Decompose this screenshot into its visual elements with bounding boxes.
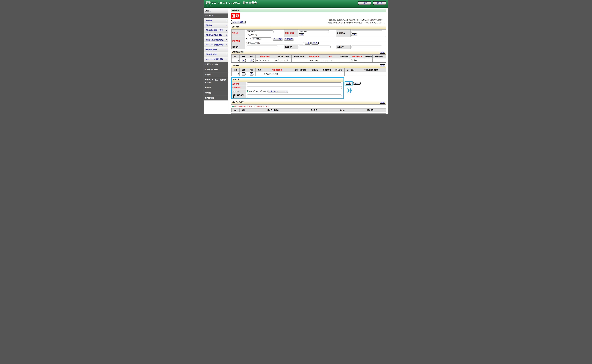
radio-icon[interactable] [253, 91, 255, 92]
sidebar-item-manifest-inquiry[interactable]: マニフェスト情報の照会 > [204, 57, 228, 62]
radio-selected-icon[interactable] [232, 105, 234, 107]
notice-line1: 一般廃棄物、広域認定に係る廃棄物等、電子マニフェスト登録等状況報告が [328, 19, 386, 21]
site-code-input[interactable] [252, 38, 272, 40]
column-header: 廃棄物の大分類 [275, 55, 292, 58]
transport-delete-cell [248, 72, 256, 76]
menu-title: メニュー [204, 9, 228, 13]
handover-date-input[interactable] [246, 31, 274, 33]
radio-per-contract[interactable]: 委託契約書記載のとおり [232, 105, 252, 107]
pencil-icon [243, 73, 245, 75]
delete-button[interactable] [250, 72, 254, 75]
contact3-label: 連絡番号3 [336, 45, 351, 49]
transport-row-carrier: 株式会社〇〇〇運輸 [263, 72, 291, 76]
column-header: 編集 [239, 68, 248, 72]
transport-row-recommission [356, 72, 386, 76]
emission-section-header: 排出情報 [231, 25, 386, 29]
column-header: 郵便番号 [299, 109, 329, 112]
site-name-list-button[interactable]: 一覧 [305, 42, 310, 45]
highlight-box: 一覧 [345, 81, 353, 85]
disposal-recommission-label: 再委託先処分業者 [232, 93, 246, 98]
transport-section: 運搬情報 追加 区間 編集 削除 自己 収集運搬業者 積替・保管施設 運搬方法 … [231, 64, 386, 76]
sidebar-item-manifest-cancel[interactable]: マニフェスト情報の取消 > [204, 43, 228, 47]
contact2-input[interactable] [299, 46, 331, 48]
radio-selected-icon[interactable] [247, 91, 248, 92]
final-disposal-add-button[interactable]: 追加 [380, 101, 385, 104]
waste-row-no: 1 [231, 58, 240, 62]
transport-row-transfer [291, 72, 309, 76]
final-disposal-section: 最終処分の場所 追加 委託契約書記載のとおり 当欄指定のとおり No. 削除 最… [231, 100, 386, 112]
sidebar-item-recycling-info[interactable]: 再資源化等の情報 [204, 67, 228, 72]
sidebar-item-reserve-cancel[interactable]: 予約情報の取消 > [204, 52, 228, 57]
disposal-site-input[interactable] [247, 86, 342, 89]
waste-table-row: 1 廃プラスチック類 廃プラスチック類 100.000 k g [231, 58, 386, 62]
sidebar-item-environment-settings[interactable]: 環境設定 [204, 90, 228, 96]
disposal-agent-clear-button[interactable]: クリア [353, 82, 361, 85]
column-header: 荷姿 [322, 55, 339, 58]
radio-icon[interactable] [261, 91, 262, 92]
waste-row-quantity: 100.000 k g [307, 58, 322, 62]
column-header: 積替・保管施設 [291, 68, 309, 72]
sidebar-item-reserve-edit[interactable]: 予約情報の修正 > [204, 47, 228, 52]
code-get-button[interactable]: コード取得 [273, 38, 283, 40]
handover-person-list-button[interactable]: 一覧 [299, 33, 304, 36]
sidebar-item-manifest-edit[interactable]: マニフェスト情報の修正 > [204, 38, 228, 43]
waste-edit-cell [239, 58, 248, 62]
sidebar-item-contract-inquiry[interactable]: 契約情報照会 [204, 95, 228, 101]
chevron-right-icon: > [226, 53, 227, 56]
name-label: 名 称 [246, 42, 250, 44]
contact1-input[interactable] [246, 46, 278, 48]
disposal-side-buttons: 一覧 クリア [345, 81, 361, 85]
sidebar-item-notification-info[interactable]: 通知情報 [204, 72, 228, 78]
trash-icon [251, 59, 253, 61]
edit-button[interactable] [242, 59, 246, 62]
handover-person-input[interactable] [299, 30, 329, 33]
delete-button[interactable] [250, 59, 254, 62]
disposal-method-select[interactable]: （選択なし） ▼ [268, 90, 288, 93]
sidebar-item-reserve-registration[interactable]: 予約登録 > [204, 23, 228, 28]
trash-icon [251, 73, 253, 75]
sidebar-item-label: マニフェスト情報の修正 [205, 39, 224, 41]
pattern-select-button[interactable]: パターン選択 [231, 20, 245, 24]
contact1-label: 連絡番号1 [231, 45, 245, 49]
disposal-method-label: 処分方法 [232, 89, 246, 93]
contact3-cell [350, 45, 386, 49]
register-person-input[interactable] [351, 30, 382, 33]
final-disposal-radio-line: 委託契約書記載のとおり 当欄指定のとおり [231, 105, 386, 108]
sidebar-item-new-registration[interactable]: 新規登録 > [204, 18, 228, 23]
radio-final[interactable]: 最終 [261, 91, 266, 92]
site-name-clear-button[interactable]: クリア [311, 42, 319, 45]
disposal-agent-input[interactable] [247, 82, 342, 85]
disposal-recommission-input[interactable] [247, 95, 342, 97]
transport-section-title: 運搬情報 [232, 65, 239, 66]
disposal-method-selected-value: （選択なし） [269, 90, 278, 92]
column-header: 廃棄物の数量 [307, 55, 322, 58]
sidebar-item-site-support[interactable]: 現場登録支援機能 [204, 62, 228, 67]
chevron-right-icon: > [226, 58, 227, 61]
sidebar-item-load-reserve-register[interactable]: 予約情報を読込で登録 > [204, 33, 228, 38]
sidebar-item-edit-cancel-contact[interactable]: マニフェスト修正・取消に関する連絡 [204, 78, 228, 85]
notice-line2: 不要な廃棄物を登録する場合は連絡番号3の先頭に「999」を入力してください。 [328, 21, 386, 24]
site-name-input[interactable] [250, 42, 304, 45]
transport-add-button[interactable]: 追加 [380, 64, 385, 67]
site-add-button[interactable]: 事業場追加 [284, 38, 294, 40]
edit-button[interactable] [242, 72, 246, 75]
transport-row-vehicle [333, 72, 345, 76]
help-button[interactable]: ヘルプ [358, 1, 371, 5]
disposal-section-highlight: 処分情報 処分業者 処分事業場 処分方法 [231, 77, 344, 99]
sidebar-item-search-reserve-register[interactable]: 予約情報を検索して登録 > [204, 28, 228, 33]
disposal-agent-list-button[interactable]: 一覧 [346, 82, 351, 85]
waste-add-button[interactable]: 追加 [380, 51, 385, 54]
register-person-list-button[interactable]: 一覧 [351, 33, 357, 36]
radio-icon[interactable] [254, 105, 256, 107]
contact3-input[interactable] [351, 46, 382, 48]
sidebar-category-manifest[interactable]: マニフェスト [204, 13, 228, 18]
radio-recycle[interactable]: 再生 [247, 91, 252, 92]
chevron-right-icon: > [226, 43, 227, 46]
close-button[interactable]: 閉じる [373, 1, 386, 5]
radio-intermediate[interactable]: 中間 [253, 91, 259, 92]
main-content: 新規登録 登録 パターン選択 一般廃棄物、広域認定に係る廃棄物等、電子マニフェス… [228, 9, 388, 114]
sidebar-item-basic-settings[interactable]: 基本設定 [204, 85, 228, 90]
final-disposal-section-title: 最終処分の場所 [232, 101, 244, 103]
radio-per-field[interactable]: 当欄指定のとおり [254, 105, 269, 107]
waste-section-title: 産業廃棄物情報 [232, 51, 244, 53]
